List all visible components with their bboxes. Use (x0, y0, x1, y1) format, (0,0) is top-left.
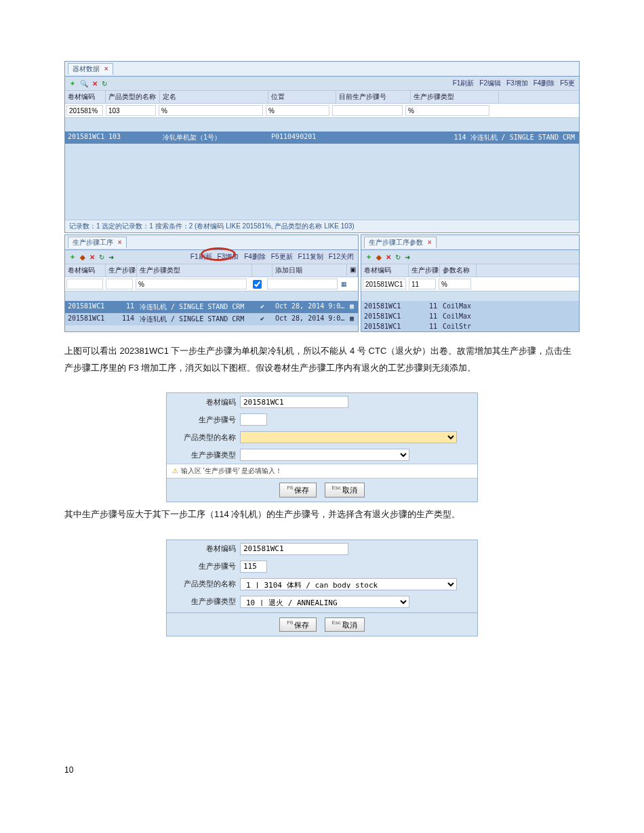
close-icon[interactable]: × (118, 239, 122, 246)
filter[interactable] (66, 279, 103, 289)
search-icon[interactable]: 🔍 (80, 80, 88, 87)
field-code (240, 396, 348, 408)
tab-step-process[interactable]: 生产步骤工序 × (68, 237, 127, 248)
label-type: 生产步骤类型 (172, 450, 240, 460)
cell: 201581WC1 (361, 312, 409, 321)
cancel-button[interactable]: Esc取消 (325, 483, 365, 497)
field-prod[interactable]: 1 | 3104 体料 / can body stock (240, 578, 457, 590)
label-step: 生产步骤号 (172, 415, 240, 425)
cell-step (336, 132, 411, 143)
right-grid-filter (361, 277, 579, 291)
save-button[interactable]: F6保存 (279, 483, 317, 497)
col-header: 生产步骤类型 (411, 91, 499, 103)
refresh-icon[interactable]: ↻ (395, 253, 401, 261)
field-type[interactable]: 10 | 退火 / ANNEALING (240, 596, 409, 608)
fkey[interactable]: F5更 (560, 79, 575, 88)
table-row[interactable]: 201581WC1 11 冷连轧机 / SINGLE STAND CRM ✔ O… (65, 301, 358, 313)
status-bar: 记录数：1 选定的记录数：1 搜索条件：2 (卷材编码 LIKE 201581%… (65, 220, 579, 232)
filter-pos[interactable] (266, 105, 329, 116)
col-header: 生产步骤号 (106, 264, 137, 277)
left-grid-body[interactable]: 201581WC1 11 冷连轧机 / SINGLE STAND CRM ✔ O… (65, 291, 358, 325)
refresh-icon[interactable]: ↻ (102, 80, 107, 87)
field-type[interactable] (240, 449, 409, 461)
cell: ✔ (252, 302, 273, 312)
cell: ✔ (252, 314, 273, 325)
table-row[interactable]: 201581WC1 114 冷连轧机 / SINGLE STAND CRM ✔ … (65, 313, 358, 325)
close-icon[interactable]: × (428, 239, 432, 246)
cell: CoilStr (440, 322, 477, 331)
fkey[interactable]: F2编辑 (479, 79, 501, 88)
filter-prod[interactable] (106, 105, 156, 116)
table-row[interactable]: 201581WC1 11 CoilMax (361, 301, 579, 311)
filter-code[interactable] (66, 105, 103, 116)
tab-step-param[interactable]: 生产步骤工序参数 × (364, 237, 437, 248)
filter[interactable] (136, 279, 247, 289)
step-process-panel: 生产步骤工序 × ＋ ◆ ✕ ↻ ➜ F1刷新 F3增加 F4删除 F5更新 F… (64, 235, 359, 332)
cell: 201581WC1 (65, 302, 106, 312)
table-row[interactable]: 201581WC1 11 CoilStr (361, 321, 579, 331)
fkey[interactable]: F4删除 (244, 252, 266, 262)
add-icon[interactable]: ＋ (69, 79, 76, 88)
field-step[interactable] (240, 413, 267, 426)
fkey[interactable]: F4删除 (534, 79, 555, 88)
table-row[interactable]: 201581WC1 103 冷轧单机架（1号） P0110490201 114 … (65, 131, 579, 144)
arrow-icon[interactable]: ➜ (405, 253, 410, 261)
cell: ▦ (347, 314, 358, 325)
filter[interactable] (267, 279, 338, 289)
cell-code: 201581WC1 (65, 132, 106, 143)
col-header (252, 264, 273, 277)
cell: 冷连轧机 / SINGLE STAND CRM (137, 314, 252, 325)
cell: Oct 28, 2014 9:0… (273, 302, 347, 312)
delete-icon[interactable]: ✕ (89, 253, 95, 261)
fkey[interactable]: F5更新 (271, 252, 293, 262)
field-step[interactable] (240, 561, 267, 573)
fkey[interactable]: F11复制 (298, 252, 323, 262)
validation-warning: 输入区 '生产步骤号' 是必填输入！ (167, 464, 477, 478)
cell-name: 冷轧单机架（1号） (160, 132, 268, 143)
filter-step[interactable] (332, 105, 403, 116)
col-header: 生产步骤类型 (137, 264, 252, 277)
filter[interactable] (106, 279, 133, 289)
filter-type[interactable] (405, 105, 489, 116)
col-header: 参数名称 (440, 264, 477, 277)
table-row[interactable]: 201581WC1 11 CoilMax (361, 311, 579, 321)
add-step-dialog-filled: 卷材编码 生产步骤号 产品类型的名称 1 | 3104 体料 / can bod… (166, 540, 478, 637)
edit-icon[interactable]: ◆ (80, 253, 85, 261)
fkey-f3-add[interactable]: F3增加 (218, 252, 239, 262)
cell: 201581WC1 (361, 302, 409, 310)
add-icon[interactable]: ＋ (69, 252, 76, 262)
cell: 11 (409, 302, 440, 310)
add-icon[interactable]: ＋ (365, 252, 372, 262)
field-prod[interactable] (240, 431, 457, 443)
close-icon[interactable]: × (104, 65, 108, 73)
fkey[interactable]: F1刷新 (190, 252, 212, 262)
refresh-icon[interactable]: ↻ (99, 253, 104, 261)
edit-icon[interactable]: ◆ (376, 253, 382, 261)
cell: ▦ (347, 302, 358, 312)
filter-name[interactable] (159, 105, 263, 116)
calendar-icon[interactable]: ▦ (339, 277, 348, 291)
top-toolbar: ＋ 🔍 ✕ ↻ F1刷新 F2编辑 F3增加 F4删除 F5更 (65, 77, 579, 90)
label-code: 卷材编码 (172, 397, 240, 407)
filter[interactable] (363, 279, 406, 289)
tab-material-data[interactable]: 器材数据 × (68, 63, 113, 75)
top-grid-body[interactable]: 201581WC1 103 冷轧单机架（1号） P0110490201 114 … (65, 118, 579, 220)
fkey[interactable]: F12关闭 (329, 252, 354, 262)
page-number: 10 (64, 765, 580, 775)
fkey[interactable]: F3增加 (506, 79, 528, 88)
filter[interactable] (409, 279, 436, 289)
cell: 201581WC1 (65, 314, 106, 325)
save-button[interactable]: F6保存 (279, 617, 317, 632)
fkey[interactable]: F1刷新 (453, 79, 475, 88)
add-step-dialog-empty: 卷材编码 生产步骤号 产品类型的名称 生产步骤类型 输入区 '生产步骤号' 是必… (166, 392, 478, 502)
cell: Oct 28, 2014 9:0… (273, 314, 347, 325)
delete-icon[interactable]: ✕ (386, 253, 391, 261)
tab-strip: 生产步骤工序 × (65, 235, 358, 250)
cancel-button[interactable]: Esc取消 (325, 617, 365, 632)
col-header: 卷材编码 (65, 264, 106, 277)
filter-check[interactable] (253, 280, 262, 289)
delete-icon[interactable]: ✕ (92, 80, 98, 87)
filter[interactable] (439, 279, 471, 289)
arrow-icon[interactable]: ➜ (108, 253, 114, 261)
right-grid-body[interactable]: 201581WC1 11 CoilMax 201581WC1 11 CoilMa… (361, 291, 579, 331)
